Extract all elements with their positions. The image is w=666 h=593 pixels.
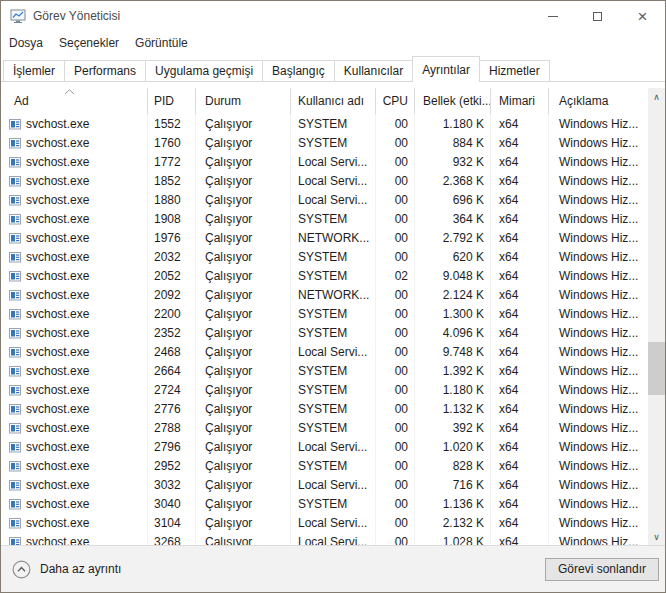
table-row[interactable]: svchost.exe3040ÇalışıyorSYSTEM001.136 Kx… xyxy=(1,494,650,513)
cell-text: Windows Hiz... xyxy=(559,155,638,169)
table-row[interactable]: svchost.exe2052ÇalışıyorSYSTEM029.048 Kx… xyxy=(1,266,650,285)
cell-memory: 620 K xyxy=(415,247,491,266)
table-row[interactable]: svchost.exe1908ÇalışıyorSYSTEM00364 Kx64… xyxy=(1,209,650,228)
menu-item-görüntüle[interactable]: Görüntüle xyxy=(127,36,196,50)
table-row[interactable]: svchost.exe2664ÇalışıyorSYSTEM001.392 Kx… xyxy=(1,361,650,380)
cell-text: Çalışıyor xyxy=(205,383,252,397)
end-task-button[interactable]: Görevi sonlandır xyxy=(545,558,659,581)
tab-ayrıntılar[interactable]: Ayrıntılar xyxy=(412,56,480,82)
cell-cpu: 00 xyxy=(376,228,415,247)
cell-text: svchost.exe xyxy=(26,364,89,378)
tab-başlangıç[interactable]: Başlangıç xyxy=(262,60,335,82)
cell-pid: 1772 xyxy=(148,152,196,171)
cell-text: 00 xyxy=(395,326,408,340)
table-header: AdPIDDurumKullanıcı adıCPUBellek (etki..… xyxy=(1,88,650,114)
cell-description: Windows Hiz... xyxy=(549,494,650,513)
cell-text: 2.124 K xyxy=(443,288,484,302)
cell-status: Çalışıyor xyxy=(196,475,291,494)
column-header-name[interactable]: Ad xyxy=(1,88,148,114)
cell-user: SYSTEM xyxy=(291,266,376,285)
cell-text: 9.048 K xyxy=(443,269,484,283)
column-header-description[interactable]: Açıklama xyxy=(549,88,650,114)
vertical-scrollbar[interactable]: ∧ ∨ xyxy=(648,88,665,545)
scroll-down-button[interactable]: ∨ xyxy=(648,528,665,545)
cell-text: Çalışıyor xyxy=(205,155,252,169)
cell-text: Windows Hiz... xyxy=(559,174,638,188)
process-icon xyxy=(8,193,22,207)
table-row[interactable]: svchost.exe2200ÇalışıyorSYSTEM001.300 Kx… xyxy=(1,304,650,323)
table-row[interactable]: svchost.exe2092ÇalışıyorNETWORK...002.12… xyxy=(1,285,650,304)
menu-item-dosya[interactable]: Dosya xyxy=(1,36,51,50)
table-row[interactable]: svchost.exe3104ÇalışıyorLocal Servi...00… xyxy=(1,513,650,532)
cell-status: Çalışıyor xyxy=(196,285,291,304)
cell-user: SYSTEM xyxy=(291,304,376,323)
window-controls: × xyxy=(530,1,665,31)
table-row[interactable]: svchost.exe2032ÇalışıyorSYSTEM00620 Kx64… xyxy=(1,247,650,266)
table-row[interactable]: svchost.exe2788ÇalışıyorSYSTEM00392 Kx64… xyxy=(1,418,650,437)
cell-description: Windows Hiz... xyxy=(549,304,650,323)
cell-text: svchost.exe xyxy=(26,421,89,435)
task-manager-window: Görev Yöneticisi × DosyaSeçeneklerGörünt… xyxy=(0,0,666,593)
cell-text: x64 xyxy=(499,231,518,245)
maximize-button[interactable] xyxy=(575,1,620,31)
close-button[interactable]: × xyxy=(620,1,665,31)
column-header-arch[interactable]: Mimari xyxy=(491,88,549,114)
cell-cpu: 00 xyxy=(376,133,415,152)
process-icon xyxy=(8,288,22,302)
table-row[interactable]: svchost.exe1852ÇalışıyorLocal Servi...00… xyxy=(1,171,650,190)
table-row[interactable]: svchost.exe2776ÇalışıyorSYSTEM001.132 Kx… xyxy=(1,399,650,418)
cell-text: x64 xyxy=(499,440,518,454)
cell-text: Local Servi... xyxy=(298,535,367,546)
tab-uygulama-geçmişi[interactable]: Uygulama geçmişi xyxy=(145,60,263,82)
table-row[interactable]: svchost.exe2724ÇalışıyorSYSTEM001.180 Kx… xyxy=(1,380,650,399)
cell-name: svchost.exe xyxy=(1,494,148,513)
cell-text: svchost.exe xyxy=(26,497,89,511)
cell-cpu: 00 xyxy=(376,304,415,323)
cell-arch: x64 xyxy=(491,456,549,475)
footer-bar: Daha az ayrıntı Görevi sonlandır xyxy=(1,545,665,592)
table-row[interactable]: svchost.exe1880ÇalışıyorLocal Servi...00… xyxy=(1,190,650,209)
table-row[interactable]: svchost.exe2468ÇalışıyorLocal Servi...00… xyxy=(1,342,650,361)
cell-text: svchost.exe xyxy=(26,307,89,321)
fewer-details-toggle[interactable]: Daha az ayrıntı xyxy=(12,560,121,579)
scrollbar-thumb[interactable] xyxy=(648,342,665,395)
minimize-button[interactable] xyxy=(530,1,575,31)
process-icon xyxy=(8,212,22,226)
table-row[interactable]: svchost.exe1772ÇalışıyorLocal Servi...00… xyxy=(1,152,650,171)
table-row[interactable]: svchost.exe1976ÇalışıyorNETWORK...002.79… xyxy=(1,228,650,247)
cell-text: Windows Hiz... xyxy=(559,307,638,321)
table-row[interactable]: svchost.exe2796ÇalışıyorLocal Servi...00… xyxy=(1,437,650,456)
cell-text: svchost.exe xyxy=(26,231,89,245)
cell-user: NETWORK... xyxy=(291,285,376,304)
cell-text: 392 K xyxy=(453,421,484,435)
cell-text: 2352 xyxy=(154,326,181,340)
column-header-memory[interactable]: Bellek (etki... xyxy=(415,88,491,114)
column-header-user[interactable]: Kullanıcı adı xyxy=(291,88,376,114)
column-header-cpu[interactable]: CPU xyxy=(376,88,415,114)
scroll-up-button[interactable]: ∧ xyxy=(648,88,665,105)
column-header-status[interactable]: Durum xyxy=(196,88,291,114)
cell-arch: x64 xyxy=(491,266,549,285)
cell-user: SYSTEM xyxy=(291,456,376,475)
process-icon xyxy=(8,459,22,473)
column-header-pid[interactable]: PID xyxy=(148,88,196,114)
details-table: AdPIDDurumKullanıcı adıCPUBellek (etki..… xyxy=(1,82,665,545)
menu-item-seçenekler[interactable]: Seçenekler xyxy=(51,36,127,50)
tab-kullanıcılar[interactable]: Kullanıcılar xyxy=(334,60,413,82)
table-row[interactable]: svchost.exe2352ÇalışıyorSYSTEM004.096 Kx… xyxy=(1,323,650,342)
cell-user: SYSTEM xyxy=(291,399,376,418)
tab-performans[interactable]: Performans xyxy=(64,60,146,82)
cell-status: Çalışıyor xyxy=(196,513,291,532)
tab-i-şlemler[interactable]: İşlemler xyxy=(3,60,65,82)
table-row[interactable]: svchost.exe3032ÇalışıyorLocal Servi...00… xyxy=(1,475,650,494)
cell-text: Çalışıyor xyxy=(205,478,252,492)
table-row[interactable]: svchost.exe1760ÇalışıyorSYSTEM00884 Kx64… xyxy=(1,133,650,152)
cell-pid: 2032 xyxy=(148,247,196,266)
table-row[interactable]: svchost.exe3268ÇalışıyorLocal Servi...00… xyxy=(1,532,650,545)
cell-pid: 2468 xyxy=(148,342,196,361)
table-row[interactable]: svchost.exe2952ÇalışıyorSYSTEM00828 Kx64… xyxy=(1,456,650,475)
tab-hizmetler[interactable]: Hizmetler xyxy=(479,60,550,82)
cell-description: Windows Hiz... xyxy=(549,380,650,399)
table-row[interactable]: svchost.exe1552ÇalışıyorSYSTEM001.180 Kx… xyxy=(1,114,650,133)
cell-text: 364 K xyxy=(453,212,484,226)
